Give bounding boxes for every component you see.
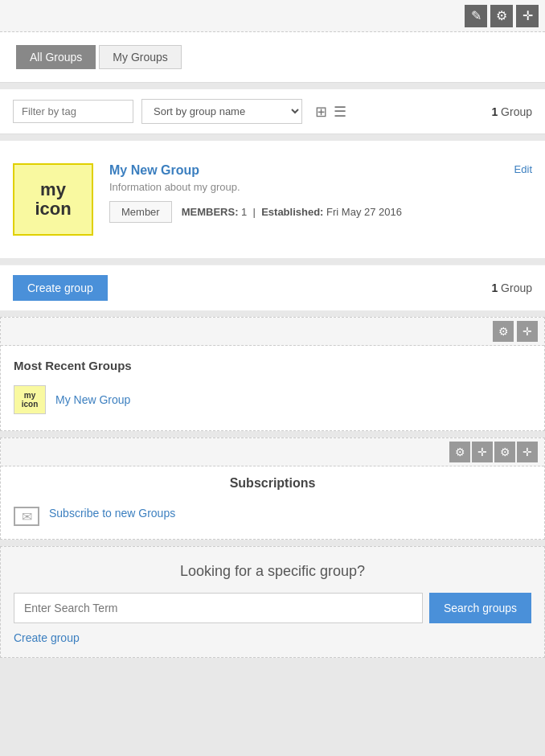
search-groups-button[interactable]: Search groups <box>429 593 531 623</box>
settings-icon-btn[interactable]: ⚙ <box>490 5 513 27</box>
filter-bar: Sort by group name ⊞ ☰ 1 Group <box>0 89 545 134</box>
search-input[interactable] <box>14 593 423 623</box>
tab-bar: All Groups My Groups <box>16 45 529 69</box>
subscriptions-widget: ⚙ ✛ ⚙ ✛ Subscriptions ✉ Subscribe to new… <box>0 438 545 540</box>
view-icons: ⊞ ☰ <box>313 101 348 122</box>
tab-all-groups[interactable]: All Groups <box>16 45 96 69</box>
filter-tag-input[interactable] <box>13 100 133 123</box>
create-bar-count-text: Group <box>501 281 532 294</box>
edit-icon-btn[interactable]: ✎ <box>465 5 487 27</box>
search-row: Search groups <box>14 593 531 623</box>
list-view-icon[interactable]: ☰ <box>332 101 348 122</box>
recent-group-avatar: myicon <box>14 385 46 414</box>
sort-select[interactable]: Sort by group name <box>141 99 302 124</box>
recent-groups-title: Most Recent Groups <box>14 359 531 372</box>
widget-settings-icon[interactable]: ⚙ <box>493 321 514 342</box>
search-title: Looking for a specific group? <box>14 563 531 580</box>
member-button[interactable]: Member <box>109 201 172 223</box>
sub-add-icon-2[interactable]: ✛ <box>517 442 538 462</box>
top-toolbar: ✎ ⚙ ✛ <box>0 0 545 32</box>
group-count-num: 1 <box>491 105 498 118</box>
group-count: 1 Group <box>491 105 532 118</box>
group-description: Information about my group. <box>109 181 532 193</box>
create-group-link[interactable]: Create group <box>14 631 531 644</box>
add-icon-btn[interactable]: ✛ <box>516 5 539 27</box>
recent-group-link[interactable]: My New Group <box>55 393 130 406</box>
create-bar-count: 1 Group <box>491 281 532 294</box>
widget-add-icon[interactable]: ✛ <box>517 321 538 342</box>
subscriptions-title: Subscriptions <box>1 466 544 494</box>
subscribe-link[interactable]: Subscribe to new Groups <box>49 507 175 520</box>
group-avatar: myicon <box>13 163 93 236</box>
create-group-bar: Create group 1 Group <box>0 265 545 310</box>
group-card: myicon My New Group Edit Information abo… <box>13 154 532 245</box>
widget-toolbar-recent: ⚙ ✛ <box>1 318 544 346</box>
group-count-text: Group <box>501 105 532 118</box>
header-section: All Groups My Groups <box>0 32 545 83</box>
sub-settings-icon-2[interactable]: ⚙ <box>494 442 515 462</box>
group-list: myicon My New Group Edit Information abo… <box>0 141 545 258</box>
group-name-link[interactable]: My New Group <box>109 163 199 178</box>
group-header-row: My New Group Edit <box>109 163 532 181</box>
edit-group-link[interactable]: Edit <box>514 163 532 175</box>
search-section: Looking for a specific group? Search gro… <box>0 546 545 658</box>
recent-groups-content: Most Recent Groups myicon My New Group <box>1 346 544 430</box>
envelope-icon: ✉ <box>14 507 39 526</box>
create-group-button[interactable]: Create group <box>13 275 108 301</box>
tab-my-groups[interactable]: My Groups <box>99 45 181 69</box>
established-label: Established: <box>261 206 323 218</box>
members-label: MEMBERS: <box>182 206 239 218</box>
grid-view-icon[interactable]: ⊞ <box>313 101 329 122</box>
group-meta: Member MEMBERS: 1 | Established: Fri May… <box>109 201 532 223</box>
members-count: 1 <box>241 206 247 218</box>
established-date: Fri May 27 2016 <box>326 206 402 218</box>
sub-settings-icon-1[interactable]: ⚙ <box>449 442 470 462</box>
create-bar-count-num: 1 <box>491 281 498 294</box>
recent-groups-widget: ⚙ ✛ Most Recent Groups myicon My New Gro… <box>0 317 545 431</box>
group-info: My New Group Edit Information about my g… <box>109 163 532 223</box>
subscriptions-row: ✉ Subscribe to new Groups <box>1 494 544 539</box>
sub-add-icon-1[interactable]: ✛ <box>472 442 493 462</box>
recent-group-item: myicon My New Group <box>14 382 531 417</box>
sub-widget-toolbar: ⚙ ✛ ⚙ ✛ <box>1 438 544 466</box>
group-stats: MEMBERS: 1 | Established: Fri May 27 201… <box>182 206 402 218</box>
